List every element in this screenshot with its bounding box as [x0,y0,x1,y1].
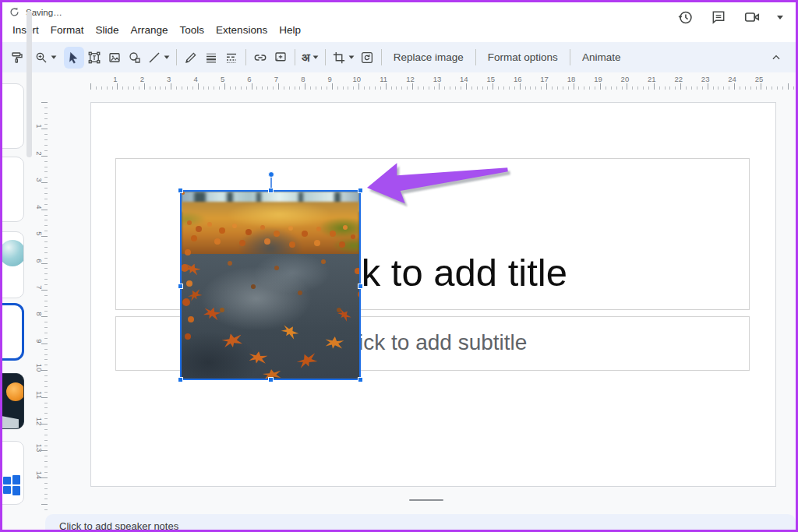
slide-thumbnail-5[interactable] [0,373,24,429]
input-tools-caret-icon [312,55,318,58]
ruler-number: 8 [301,75,305,83]
menu-item[interactable]: Insert [7,21,44,39]
ruler-number: 5 [35,228,44,239]
format-options-button[interactable]: Format options [480,47,566,69]
resize-handle-bottom-center[interactable] [268,377,274,382]
input-tools-button[interactable]: अ [299,47,321,69]
ruler-number: 11 [380,75,387,83]
meet-camera-icon[interactable] [743,9,761,26]
horizontal-ruler [90,83,795,90]
ruler-number: 24 [728,75,736,83]
ruler-number: 1 [35,121,44,132]
thumbnail-shape [0,240,24,266]
ruler-number: 13 [35,442,44,453]
sync-icon [9,7,19,17]
menu-item[interactable]: Slide [90,21,125,39]
replace-image-button[interactable]: Replace image [386,47,471,69]
ruler-number: 19 [594,75,602,83]
app-topbar: Saving… InsertFormatSlideArrangeToolsExt… [2,2,796,42]
ruler-number: 14 [35,470,44,481]
slide-thumbnail-6[interactable] [0,441,24,505]
ruler-number: 22 [674,75,683,83]
slide-thumbnail-2[interactable] [0,157,24,222]
animate-button[interactable]: Animate [574,47,629,69]
resize-handle-bottom-right[interactable] [358,377,363,382]
zoom-tool-button[interactable] [32,47,59,69]
add-comment-button[interactable] [270,47,291,69]
speaker-notes-placeholder: Click to add speaker notes [59,520,178,532]
autumn-photo [182,192,359,379]
slide-thumbnail-1[interactable] [0,83,24,149]
ruler-number: 10 [352,75,361,83]
thumbnail-logo-shape [3,477,20,495]
menu-item[interactable]: Help [274,21,306,39]
ruler-number: 12 [406,75,415,83]
format-painter-button[interactable] [7,47,27,69]
hide-menus-button[interactable] [766,47,786,69]
saving-status: Saving… [9,7,62,17]
text-box-button[interactable] [84,47,104,69]
menu-item[interactable]: Tools [175,21,210,39]
ruler-number: 20 [621,75,630,83]
ruler-number: 17 [540,75,549,83]
insert-shape-button[interactable] [125,47,145,69]
ruler-number: 6 [35,255,44,266]
resize-handle-top-right[interactable] [358,188,363,193]
menu-item[interactable]: Arrange [125,21,174,39]
insert-image-button[interactable] [104,47,125,69]
rotation-handle[interactable] [268,171,274,178]
reset-image-button[interactable] [357,47,377,69]
ruler-number: 7 [274,75,278,83]
ruler-number: 13 [433,75,442,83]
border-weight-button[interactable] [201,47,221,69]
version-history-icon[interactable] [676,9,694,26]
menu-item[interactable]: Extensions [210,21,273,39]
slide-filmstrip [2,72,26,511]
thumbnail-shape [0,408,19,428]
menu-item[interactable]: Format [45,21,90,39]
crop-image-button[interactable] [330,47,357,69]
ruler-number: 23 [701,75,710,83]
resize-handle-top-center[interactable] [268,188,274,193]
ruler-number: 9 [35,336,44,347]
zoom-caret-icon [51,55,57,58]
thumbnail-shape [6,382,24,401]
insert-line-button[interactable] [145,47,172,69]
ruler-number: 2 [35,148,44,159]
toolbar: अ Replace image Format options Animate [2,42,796,72]
speaker-notes-panel[interactable]: Click to add speaker notes [45,514,796,532]
ruler-number: 8 [35,308,44,319]
ruler-number: 1 [113,75,117,83]
ruler-number: 2 [140,75,144,83]
resize-handle-middle-left[interactable] [178,284,183,289]
border-dash-button[interactable] [221,47,242,69]
menu-bar: InsertFormatSlideArrangeToolsExtensionsH… [7,21,306,39]
select-tool-button[interactable] [64,47,84,69]
ruler-number: 18 [567,75,576,83]
ruler-number: 3 [35,174,44,185]
ruler-number: 14 [460,75,468,83]
input-tools-icon: अ [302,51,310,63]
resize-handle-bottom-left[interactable] [178,377,183,382]
ruler-number: 4 [35,202,44,213]
inserted-image[interactable] [180,190,361,380]
border-color-button[interactable] [181,47,201,69]
notes-resize-handle[interactable] [409,499,443,501]
resize-handle-top-left[interactable] [178,188,183,193]
insert-link-button[interactable] [250,47,270,69]
comments-icon[interactable] [710,9,727,26]
ruler-number: 25 [755,75,764,83]
mask-image-caret-icon [348,55,354,58]
ruler-number: 3 [167,75,171,83]
ruler-number: 4 [194,75,198,83]
slide-thumbnail-4-selected[interactable] [0,303,24,361]
filmstrip-scrollbar[interactable] [26,11,32,157]
slide-thumbnail-3[interactable] [0,231,24,298]
ruler-number: 15 [487,75,496,83]
ruler-number: 16 [514,75,522,83]
ruler-number: 7 [35,282,44,293]
resize-handle-middle-right[interactable] [358,284,363,289]
line-caret-icon [164,55,170,58]
meet-options-caret-icon[interactable] [777,16,783,19]
ruler-number: 21 [648,75,656,83]
